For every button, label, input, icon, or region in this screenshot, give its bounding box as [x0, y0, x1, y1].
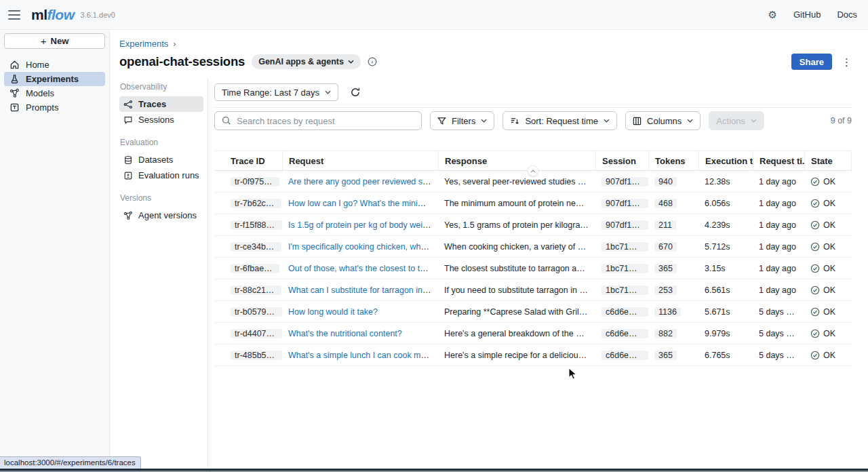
trace-id-badge[interactable]: tr-7b62c1...: [231, 199, 281, 208]
subnav-item-traces[interactable]: Traces: [119, 96, 203, 112]
col-header-response[interactable]: Response: [438, 151, 595, 170]
chevron-down-icon: [481, 119, 487, 123]
chevron-down-icon: [348, 60, 354, 64]
col-header-trace-id[interactable]: Trace ID: [214, 151, 282, 170]
state-cell: OK: [804, 264, 852, 273]
tokens-badge: 882: [654, 329, 677, 338]
session-badge[interactable]: c6d6eb5e...: [601, 329, 648, 338]
subnav-section-versions: Versions: [120, 193, 203, 203]
table-row[interactable]: tr-d44075...What's the nutritional conte…: [214, 323, 852, 345]
hamburger-menu-icon[interactable]: [8, 10, 20, 20]
table-row[interactable]: tr-88c217...What can I substitute for ta…: [214, 279, 852, 301]
request-link[interactable]: Out of those, what's the closest to tarr…: [288, 264, 438, 273]
table-row[interactable]: tr-6fbaec...Out of those, what's the clo…: [214, 258, 852, 279]
subnav-item-sessions[interactable]: Sessions: [119, 112, 203, 127]
request-link[interactable]: How long would it take?: [288, 307, 378, 317]
time-range-dropdown[interactable]: Time Range: Last 7 days: [214, 83, 338, 101]
sort-button[interactable]: Sort: Request time: [502, 111, 617, 130]
trace-id-badge[interactable]: tr-88c217...: [231, 286, 281, 295]
mlflow-logo[interactable]: mlflow: [31, 7, 75, 23]
subnav-item-datasets[interactable]: Datasets: [119, 152, 203, 168]
docs-link[interactable]: Docs: [837, 9, 857, 20]
state-label: OK: [823, 351, 835, 360]
new-button[interactable]: + New: [4, 33, 105, 49]
experiment-type-badge[interactable]: GenAI apps & agents: [252, 54, 361, 69]
trace-id-badge[interactable]: tr-485b58...: [231, 351, 282, 360]
ok-check-circle-icon: [810, 264, 820, 273]
breadcrumb-experiments-link[interactable]: Experiments: [119, 39, 168, 49]
trace-id-badge[interactable]: tr-b05793...: [231, 307, 282, 317]
col-header-session[interactable]: Session: [595, 151, 648, 170]
share-button[interactable]: Share: [791, 54, 832, 70]
top-bar: mlflow 3.6.1.dev0 ⚙ GitHub Docs: [0, 0, 868, 30]
request-link[interactable]: What can I substitute for tarragon in a …: [288, 286, 438, 295]
ok-check-circle-icon: [810, 177, 820, 186]
col-header-execution-time[interactable]: Execution t...: [698, 151, 753, 170]
state-cell: OK: [804, 329, 852, 338]
subnav-item-agent-versions[interactable]: Agent versions: [119, 208, 203, 223]
tokens-badge: 940: [654, 177, 677, 186]
search-box[interactable]: [214, 111, 422, 130]
request-link[interactable]: How low can I go? What's the minimum?: [288, 199, 438, 208]
tokens-badge: 468: [654, 199, 677, 208]
session-badge[interactable]: 1bc71330...: [601, 242, 648, 252]
filters-button[interactable]: Filters: [430, 111, 494, 130]
trace-id-badge[interactable]: tr-6fbaec...: [231, 264, 279, 273]
info-icon[interactable]: [368, 57, 377, 66]
sidebar-item-models[interactable]: Models: [4, 86, 105, 100]
page-title: openai-chat-sessions: [119, 54, 245, 69]
col-header-tokens[interactable]: Tokens: [648, 151, 698, 170]
col-header-request[interactable]: Request: [282, 151, 438, 170]
trace-id-badge[interactable]: tr-f15f88d...: [231, 220, 282, 230]
session-badge[interactable]: c6d6eb5e...: [601, 351, 648, 360]
table-row[interactable]: tr-f15f88d...Is 1.5g of protein per kg o…: [214, 214, 852, 236]
execution-time: 4.239s: [698, 220, 753, 230]
table-row[interactable]: tr-ce34bc...I'm specifically cooking chi…: [214, 236, 852, 258]
request-link[interactable]: What's the nutritional content?: [288, 329, 402, 338]
request-link[interactable]: Is 1.5g of protein per kg of body weight…: [288, 220, 438, 230]
request-link[interactable]: What's a simple lunch I can cook myself?: [288, 351, 438, 360]
session-badge[interactable]: 907df18c...: [601, 199, 648, 208]
request-time: 1 day ago: [753, 220, 804, 230]
trace-id-badge[interactable]: tr-0f9758...: [231, 177, 279, 186]
ok-check-circle-icon: [810, 307, 820, 317]
columns-icon: [633, 117, 642, 125]
search-input[interactable]: [237, 116, 414, 126]
sidebar-item-prompts[interactable]: Prompts: [4, 100, 105, 115]
refresh-icon[interactable]: [350, 87, 361, 98]
table-row[interactable]: tr-b05793...How long would it take?Prepa…: [214, 301, 852, 323]
agent-versions-icon: [123, 211, 133, 220]
table-row[interactable]: tr-485b58...What's a simple lunch I can …: [214, 345, 852, 366]
columns-button[interactable]: Columns: [625, 111, 701, 130]
session-badge[interactable]: c6d6eb5e...: [601, 307, 648, 317]
execution-time: 5.712s: [698, 242, 753, 252]
session-badge[interactable]: 907df18c...: [601, 177, 648, 186]
tokens-badge: 1136: [654, 307, 681, 317]
request-time: 5 days ago: [753, 329, 804, 338]
table-row[interactable]: tr-7b62c1...How low can I go? What's the…: [214, 193, 852, 214]
tokens-badge: 253: [654, 286, 677, 295]
trace-id-badge[interactable]: tr-ce34bc...: [231, 242, 281, 252]
session-badge[interactable]: 907df18c...: [601, 220, 648, 230]
state-cell: OK: [804, 177, 852, 186]
col-header-request-time[interactable]: Request ti...: [753, 151, 804, 170]
evaluation-runs-icon: [123, 171, 133, 180]
state-label: OK: [823, 199, 835, 208]
sidebar-item-home[interactable]: Home: [4, 58, 105, 72]
subnav-item-evaluation-runs[interactable]: Evaluation runs: [119, 168, 203, 183]
request-link[interactable]: I'm specifically cooking chicken, what o…: [288, 242, 438, 252]
gear-icon[interactable]: ⚙: [768, 9, 776, 20]
breadcrumb-separator: ›: [173, 39, 176, 49]
request-link[interactable]: Are there any good peer reviewed studies…: [288, 177, 438, 186]
session-badge[interactable]: 1bc71330...: [601, 286, 648, 295]
session-badge[interactable]: 1bc71330...: [601, 264, 648, 273]
trace-id-badge[interactable]: tr-d44075...: [231, 329, 282, 338]
subnav-section-evaluation: Evaluation: [120, 138, 203, 147]
github-link[interactable]: GitHub: [793, 9, 821, 20]
sidebar-item-experiments[interactable]: Experiments: [4, 72, 105, 86]
execution-time: 6.056s: [698, 199, 753, 208]
execution-time: 6.561s: [698, 286, 753, 295]
kebab-menu-icon[interactable]: ⋮: [842, 57, 852, 67]
col-header-state[interactable]: State: [804, 151, 852, 170]
collapse-header-button[interactable]: [528, 165, 538, 176]
